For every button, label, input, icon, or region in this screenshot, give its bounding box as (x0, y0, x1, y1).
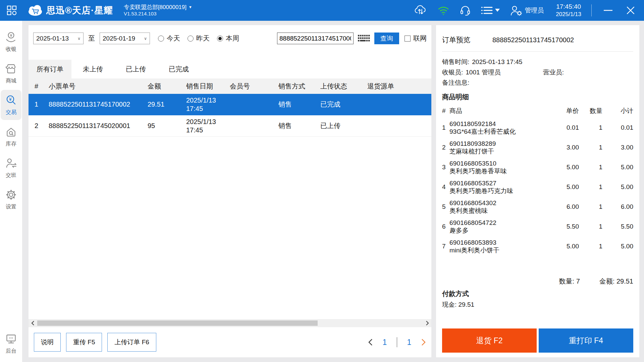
item-subtotal: 3.00 (602, 144, 633, 151)
sidebar-item-backend[interactable]: 后台 (1, 328, 21, 359)
cashier-line: 收银员: 1001 管理员 营业员: (442, 67, 633, 78)
online-checkbox-option[interactable]: 联网 (405, 34, 427, 43)
chevron-down-icon: ∨ (144, 36, 147, 41)
radio-label: 昨天 (196, 34, 210, 43)
item-row: 1 690118059218493G*64嘉士利香芒威化 0.01 1 0.01 (442, 118, 633, 137)
item-idx: 7 (442, 243, 449, 250)
payment-method-title: 付款方式 (442, 289, 633, 298)
apps-grid-icon[interactable] (7, 5, 17, 15)
sidebar-item-shift[interactable]: 交班 (1, 153, 21, 183)
item-idx: 4 (442, 183, 449, 191)
item-qty: 1 (579, 203, 602, 210)
item-idx: 6 (442, 223, 449, 230)
store-caret-icon: ▼ (189, 5, 192, 10)
tab-uploaded[interactable]: 已上传 (114, 60, 157, 78)
logo-cloud-cart-icon (28, 4, 43, 16)
radio-today[interactable]: 今天 (158, 34, 180, 43)
item-name: 6901180938289芝麻味梳打饼干 (449, 140, 552, 155)
checkbox-icon (405, 36, 411, 42)
virtual-keyboard-icon[interactable] (357, 34, 371, 43)
query-button[interactable]: 查询 (374, 33, 399, 44)
order-row[interactable]: 1 8888522501131745170002 29.51 2025/1/13… (29, 94, 431, 115)
date-range-to-label: 至 (88, 34, 95, 43)
item-idx: 3 (442, 164, 449, 171)
cell-receipt-no: 8888522501131745020001 (49, 122, 148, 130)
item-detail-title: 商品明细 (442, 93, 633, 102)
sidebar-item-inventory[interactable]: 库存 (1, 121, 21, 152)
cell-idx: 2 (35, 122, 49, 130)
shift-change-icon (5, 157, 17, 170)
menu-list-icon[interactable] (481, 6, 500, 15)
date-from-value: 2025-01-13 (36, 35, 69, 42)
user-account[interactable]: 管理员 (510, 5, 544, 16)
scrollbar-track[interactable] (35, 320, 425, 326)
sidebar-item-label: 交班 (6, 172, 16, 179)
close-button[interactable] (625, 4, 637, 16)
payment-cash-line: 现金: 29.51 (442, 300, 633, 309)
sidebar-item-mall[interactable]: 商城 (1, 58, 21, 88)
reupload-button[interactable]: 重传 F5 (66, 333, 102, 352)
item-name: 6901668053527奥利奥巧脆卷巧克力味 (449, 179, 552, 195)
help-button[interactable]: 说明 (34, 333, 61, 352)
order-search-input[interactable] (277, 33, 354, 44)
headset-icon[interactable] (460, 5, 471, 16)
item-name: 6901668054302奥利奥蜜桃味 (449, 199, 552, 215)
upload-orders-button[interactable]: 上传订单 F6 (107, 333, 156, 352)
scroll-right-icon[interactable] (425, 321, 430, 325)
date-to-select[interactable]: 2025-01-19 ∨ (100, 33, 150, 44)
date-label: 2025/1/13 (556, 11, 581, 18)
item-price: 3.00 (552, 144, 579, 151)
sidebar-item-label: 库存 (6, 140, 16, 147)
sidebar-item-transactions[interactable]: ¥ 交易 (1, 90, 21, 120)
item-subtotal: 5.50 (602, 223, 633, 230)
radio-circle-icon (217, 36, 223, 42)
item-col-subtotal: 小计 (602, 107, 633, 115)
col-header-sale-type: 销售方式 (278, 82, 320, 91)
wifi-icon[interactable] (437, 5, 449, 15)
sidebar-item-label: 设置 (6, 203, 16, 210)
cell-upload-status: 已上传 (320, 121, 367, 130)
sidebar-item-label: 后台 (6, 348, 16, 355)
inventory-house-icon (5, 125, 17, 138)
transaction-search-icon: ¥ (5, 94, 17, 107)
cell-upload-status: 已完成 (320, 100, 367, 109)
remark-line: 备注信息: (442, 78, 633, 88)
date-from-select[interactable]: 2025-01-13 ∨ (33, 33, 84, 44)
sidebar-item-settings[interactable]: 设置 (1, 184, 21, 215)
item-row: 2 6901180938289芝麻味梳打饼干 3.00 1 3.00 (442, 137, 633, 157)
radio-this-week[interactable]: 本周 (217, 34, 239, 43)
item-qty: 1 (579, 223, 602, 230)
item-row: 7 6901668053893mini奥利奥小饼干 5.00 1 5.00 (442, 236, 633, 256)
scrollbar-thumb[interactable] (37, 320, 318, 326)
orders-table-body: 1 8888522501131745170002 29.51 2025/1/13… (29, 94, 431, 319)
item-price: 6.00 (552, 203, 579, 210)
next-page-icon[interactable] (421, 339, 426, 346)
item-price: 5.00 (552, 164, 579, 171)
cloud-sync-icon[interactable] (414, 5, 427, 16)
minimize-button[interactable] (602, 8, 614, 13)
refund-button[interactable]: 退货 F2 (442, 328, 537, 353)
col-header-refund-source: 退货源单 (367, 82, 431, 91)
amount-total: 金额: 29.51 (599, 277, 633, 286)
col-header-sale-date: 销售日期 (186, 82, 230, 91)
tab-completed[interactable]: 已完成 (157, 60, 200, 78)
item-name: 6901668053893mini奥利奥小饼干 (449, 239, 552, 254)
col-header-upload-status: 上传状态 (320, 82, 367, 91)
item-col-name: 商品 (449, 107, 552, 115)
item-price: 0.01 (552, 124, 579, 131)
tab-not-uploaded[interactable]: 未上传 (71, 60, 114, 78)
radio-circle-icon (158, 36, 164, 42)
radio-yesterday[interactable]: 昨天 (187, 34, 210, 43)
prev-page-icon[interactable] (368, 339, 373, 346)
preview-title: 订单预览 (442, 35, 470, 45)
scroll-left-icon[interactable] (30, 321, 35, 325)
cell-idx: 1 (35, 101, 49, 108)
tab-all-orders[interactable]: 所有订单 (29, 60, 71, 78)
order-row[interactable]: 2 8888522501131745020001 95 2025/1/1317:… (29, 115, 431, 137)
horizontal-scrollbar[interactable] (29, 319, 431, 327)
store-selector[interactable]: 专卖联盟总部[80000019] ▼ (124, 4, 192, 11)
total-pages: 1 (406, 338, 413, 347)
reprint-button[interactable]: 重打印 F4 (539, 328, 633, 353)
item-price: 5.00 (552, 183, 579, 191)
sidebar-item-cashier[interactable]: ¥ 收银 (1, 27, 21, 57)
